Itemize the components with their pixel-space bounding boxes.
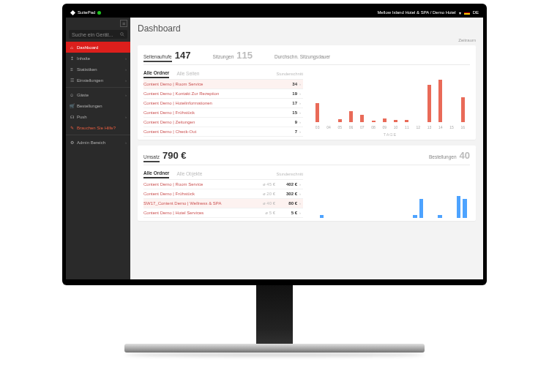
nav-item-admin-bereich[interactable]: ⚙Admin Bereich› [66, 137, 130, 148]
nav-label: Einstellungen [77, 78, 103, 83]
monitor-stand-neck [256, 285, 293, 347]
list-row[interactable]: Content Demo | Kontakt Zur Rezeption19› [143, 89, 303, 99]
nav-item-inhalte[interactable]: ↥Inhalte› [66, 53, 130, 64]
chart-bar [338, 119, 342, 122]
metric-durchschn-sitzungsdauer[interactable]: Durchschn. Sitzungsdauer [274, 54, 333, 59]
status-dot-icon [97, 11, 101, 15]
chart-tick: 15 [449, 125, 454, 129]
page-title: Dashboard [138, 23, 476, 34]
tab-rev-all-objects[interactable]: Alle Objekte [176, 171, 202, 178]
nav-item-bestellungen[interactable]: 🛒Bestellungen [66, 100, 130, 111]
upload-icon: ↥ [70, 56, 74, 61]
nav-item-brauchen-sie-hilfe-[interactable]: ✎Brauchen Sie Hilfe? [66, 122, 130, 133]
brand-icon [70, 10, 75, 15]
topbar: SuitePad Mellow Island Hotel & SPA / Dem… [66, 7, 483, 18]
revenue-list-column: Alle Ordner Alle Objekte Stundenschnitt … [143, 170, 303, 218]
nav-label: Push [77, 115, 87, 119]
row-value: 5 € [275, 211, 297, 215]
chevron-right-icon: › [297, 120, 303, 124]
nav-item-statistiken[interactable]: ≡Statistiken› [66, 64, 130, 75]
list-row[interactable]: Content Demo | Hotel Servicesø 5 €5 €› [143, 208, 303, 218]
row-average: ø 45 € [255, 182, 275, 186]
nav-item-g-ste[interactable]: ☺Gäste› [66, 89, 130, 100]
nav-separator [66, 135, 130, 135]
hotel-switcher[interactable]: Mellow Island Hotel & SPA / Demo Hotel ▾… [377, 10, 479, 15]
pageviews-card: Seitenaufrufe 147Sitzungen 115Durchschn.… [138, 45, 476, 140]
nav-label: Inhalte [77, 56, 90, 61]
nav-label: Statistiken [77, 67, 97, 72]
metric-value: 147 [175, 50, 191, 61]
revenue-tabs: Alle Ordner Alle Objekte Stundenschnitt [143, 170, 303, 180]
monitor-bezel: SuitePad Mellow Island Hotel & SPA / Dem… [62, 4, 487, 285]
chart-bar [419, 199, 424, 218]
hotel-name: Mellow Island Hotel & SPA / Demo Hotel [377, 10, 455, 15]
chart-tick: 09 [383, 125, 387, 129]
chevron-right-icon: › [297, 110, 303, 115]
tab-all-folders[interactable]: Alle Ordner [143, 70, 169, 78]
row-name: Content Demo | Room Service [143, 82, 275, 86]
list-row[interactable]: SW17_Content Demo | Wellness & SPAø 40 €… [143, 199, 303, 208]
device-search[interactable]: Suche ein Gerät... [69, 30, 127, 39]
revenue-chart [310, 170, 470, 218]
row-name: Content Demo | Hotel Services [143, 211, 255, 215]
cart-icon: 🛒 [70, 103, 74, 108]
monitor-stand-base [124, 344, 425, 353]
list-row[interactable]: Content Demo | Room Service34› [143, 80, 303, 89]
chart-bar [372, 121, 376, 122]
row-value: 9 [275, 120, 297, 124]
language-label: DE [473, 10, 479, 15]
nav-item-dashboard[interactable]: ⌂Dashboard [66, 42, 130, 53]
revenue-chart-column [310, 170, 470, 218]
chevron-right-icon: › [297, 129, 303, 134]
row-name: Content Demo | Frühstück [143, 110, 275, 115]
chart-tick: 04 [326, 125, 331, 129]
svg-point-0 [121, 33, 124, 36]
pageviews-chart-column: 0304050607080910111213141516 TAGE [310, 69, 470, 137]
admin-icon: ⚙ [70, 140, 74, 145]
nav-separator [66, 87, 130, 88]
users-icon: ☺ [70, 93, 74, 97]
tab-all-pages[interactable]: Alle Seiten [176, 71, 199, 78]
chevron-right-icon: › [297, 101, 303, 105]
chart-x-label: TAGE [310, 132, 470, 137]
chart-bar [461, 97, 465, 122]
list-row[interactable]: Content Demo | Hotelinformationen17› [143, 99, 303, 108]
chart-bar [394, 120, 397, 122]
flag-de-icon [464, 11, 470, 15]
metric-label: Bestellungen [429, 154, 457, 159]
metric-umsatz[interactable]: Umsatz 790 € [143, 150, 187, 162]
chart-bar [463, 199, 467, 218]
metric-bestellungen[interactable]: Bestellungen 40 [429, 150, 470, 161]
row-value: 15 [275, 110, 297, 115]
metric-sitzungen[interactable]: Sitzungen 115 [212, 50, 253, 61]
chevron-down-icon: ▾ [459, 10, 461, 15]
bell-icon: ☊ [70, 114, 74, 119]
chevron-right-icon: › [297, 192, 303, 196]
tab-rev-all-folders[interactable]: Alle Ordner [143, 170, 169, 178]
row-name: Content Demo | Kontakt Zur Rezeption [143, 91, 275, 96]
list-row[interactable]: Content Demo | Zeitungen9› [143, 118, 303, 127]
chart-bar [315, 103, 319, 122]
sidebar-collapse-button[interactable]: ≡ [120, 20, 127, 27]
search-input[interactable]: Suche ein Gerät... [72, 32, 118, 37]
chevron-right-icon: › [125, 140, 127, 145]
chart-tick: 03 [315, 125, 320, 129]
timerange-picker[interactable]: Zeitraum [138, 38, 476, 42]
nav-item-einstellungen[interactable]: ☰Einstellungen› [66, 75, 130, 86]
chart-bar [438, 80, 442, 122]
list-row[interactable]: Content Demo | Frühstück15› [143, 108, 303, 118]
pageviews-metrics: Seitenaufrufe 147Sitzungen 115Durchschn.… [143, 50, 470, 65]
metric-label: Sitzungen [212, 54, 234, 59]
home-icon: ⌂ [70, 45, 74, 50]
metric-value: 790 € [163, 150, 187, 161]
pageviews-rows: Content Demo | Room Service34›Content De… [143, 80, 303, 137]
list-row[interactable]: Content Demo | Frühstückø 20 €302 €› [143, 189, 303, 199]
chart-bar [405, 120, 408, 122]
nav-item-push[interactable]: ☊Push› [66, 111, 130, 122]
metric-seitenaufrufe[interactable]: Seitenaufrufe 147 [143, 50, 190, 62]
chart-bar [383, 118, 386, 122]
list-row[interactable]: Content Demo | Check-Out7› [143, 127, 303, 137]
brand-area: SuitePad [70, 10, 101, 15]
list-row[interactable]: Content Demo | Room Serviceø 45 €402 €› [143, 180, 303, 189]
row-name: Content Demo | Room Service [143, 182, 255, 186]
